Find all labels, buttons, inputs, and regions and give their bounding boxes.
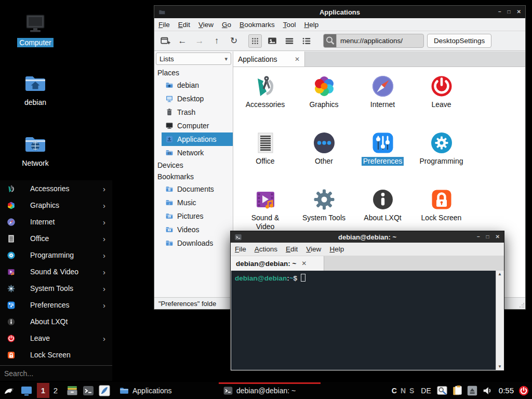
terminal-tab[interactable]: debian@debian: ~ ✕ (231, 256, 324, 271)
terminal-menubar: File Actions Edit View Help (231, 243, 504, 256)
maximize-button[interactable]: □ (508, 9, 511, 15)
category-graphics[interactable]: Graphics (295, 73, 353, 129)
up-button[interactable]: ↑ (210, 34, 223, 48)
close-button[interactable]: ✕ (517, 9, 521, 15)
scroll-down-icon[interactable]: ▼ (496, 364, 503, 369)
category-leave[interactable]: Leave (412, 73, 471, 129)
menu-item-graphics[interactable]: Graphics› (0, 197, 112, 214)
task-applications[interactable]: Applications (115, 382, 219, 399)
sidebar-item-desktop[interactable]: Desktop (162, 92, 233, 105)
documents-folder-icon (165, 185, 174, 193)
terminal-menu-help[interactable]: Help (325, 245, 348, 253)
sidebar-item-downloads[interactable]: Downloads (162, 236, 233, 250)
menu-item-internet[interactable]: Internet› (0, 214, 112, 230)
menu-item-system-tools[interactable]: System Tools› (0, 280, 112, 297)
terminal-menu-view[interactable]: View (302, 245, 325, 253)
search-input[interactable] (0, 369, 112, 378)
menu-item-sound-video[interactable]: Sound & Video› (0, 263, 112, 280)
show-desktop-button[interactable] (20, 384, 33, 397)
terminal-menu-edit[interactable]: Edit (282, 245, 302, 253)
category-internet[interactable]: Internet (353, 73, 412, 129)
terminal-menu-file[interactable]: File (231, 245, 250, 253)
sidebar-item-videos[interactable]: Videos (162, 223, 233, 236)
terminal-viewport[interactable]: debian@debian:~$ ▲ ▼ (231, 271, 503, 370)
sidebar-mode-combobox[interactable]: Lists ▾ (156, 52, 231, 65)
menu-item-leave[interactable]: Leave› (0, 330, 112, 347)
lxqt-menu-button[interactable] (3, 384, 16, 397)
volume-icon[interactable] (482, 385, 493, 396)
path-bar[interactable]: menu://applications/ (323, 34, 424, 48)
compact-view-button[interactable] (300, 34, 313, 48)
screenshot-tray-icon[interactable] (436, 385, 448, 396)
menu-item-preferences[interactable]: Preferences› (0, 297, 112, 313)
power-button[interactable] (518, 385, 529, 396)
desktop-icon-computer[interactable]: Computer (9, 11, 61, 47)
scrolllock-indicator[interactable]: S (409, 387, 414, 395)
menu-item-lock-screen[interactable]: Lock Screen (0, 347, 112, 363)
fm-menu-bookmarks[interactable]: Bookmarks (235, 21, 279, 29)
back-button[interactable]: ← (176, 34, 189, 48)
tab-close-icon[interactable]: ✕ (301, 260, 307, 267)
terminal-titlebar[interactable]: debian@debian: ~ – □ ✕ (231, 231, 504, 243)
detailed-list-view-button[interactable] (283, 34, 296, 48)
fm-menu-help[interactable]: Help (300, 21, 323, 29)
fm-menu-view[interactable]: View (194, 21, 218, 29)
menu-item-programming[interactable]: Programming› (0, 247, 112, 263)
reload-button[interactable]: ↻ (227, 34, 241, 48)
category-accessories[interactable]: Accessories (236, 73, 295, 129)
category-office[interactable]: Office (236, 129, 295, 186)
fm-menu-edit[interactable]: Edit (174, 21, 194, 29)
file-manager-launcher[interactable] (66, 384, 78, 397)
minimize-button[interactable]: – (477, 234, 480, 240)
sidebar-item-trash[interactable]: Trash (162, 105, 233, 119)
close-button[interactable]: ✕ (496, 234, 500, 240)
menu-item-about-lxqt[interactable]: About LXQt (0, 313, 112, 330)
minimize-button[interactable]: – (498, 9, 501, 15)
task-terminal[interactable]: debian@debian: ~ (219, 382, 323, 399)
keyboard-layout-indicator[interactable]: DE (421, 387, 431, 395)
sidebar-item-computer[interactable]: Computer (162, 119, 233, 132)
taskbar: 1 2 Applications debian@debian: ~ C N S … (0, 382, 532, 399)
numlock-indicator[interactable]: N (401, 387, 406, 395)
terminal-menu-actions[interactable]: Actions (250, 245, 282, 253)
fm-menu-tool[interactable]: Tool (279, 21, 300, 29)
sidebar-item-music[interactable]: ♪Music (162, 196, 233, 209)
terminal-icon (223, 385, 233, 396)
sidebar-item-pictures[interactable]: Pictures (162, 209, 233, 223)
terminal-launcher[interactable] (82, 384, 95, 397)
terminal-scrollbar[interactable]: ▲ ▼ (496, 271, 503, 370)
text-editor-launcher[interactable] (98, 384, 111, 397)
capslock-indicator[interactable]: C (392, 387, 397, 395)
fm-tabbar: Applications ✕ (233, 51, 525, 67)
icon-view-button[interactable] (248, 34, 262, 48)
fm-titlebar[interactable]: Applications – □ ✕ (154, 6, 525, 18)
menu-item-office[interactable]: Office› (0, 230, 112, 247)
forward-button[interactable]: → (193, 34, 206, 48)
scroll-up-icon[interactable]: ▲ (496, 272, 503, 276)
tab-applications[interactable]: Applications ✕ (233, 51, 305, 66)
desktop-icon-debian[interactable]: debian (9, 71, 61, 107)
workspace-2-button[interactable]: 2 (49, 383, 62, 398)
thumbnail-view-button[interactable] (265, 34, 279, 48)
eject-tray-icon[interactable] (467, 385, 478, 396)
desktop-settings-button[interactable]: DesktopSettings (427, 34, 491, 48)
desktop-icon-network[interactable]: Network (9, 132, 61, 168)
new-tab-button[interactable] (158, 34, 172, 48)
maximize-button[interactable]: □ (486, 234, 489, 240)
menu-item-accessories[interactable]: Accessories› (0, 180, 112, 197)
category-programming[interactable]: Programming (412, 129, 471, 186)
fm-menu-file[interactable]: File (154, 21, 174, 29)
sidebar-item-network[interactable]: Network (162, 146, 233, 159)
category-preferences[interactable]: Preferences (353, 129, 412, 186)
sidebar-item-documents[interactable]: Documents (162, 182, 233, 196)
workspace-1-button[interactable]: 1 (37, 383, 49, 398)
fm-menu-go[interactable]: Go (218, 21, 235, 29)
clipboard-tray-icon[interactable] (451, 385, 463, 396)
sidebar-item-debian[interactable]: debian (162, 78, 233, 92)
category-other[interactable]: Other (295, 129, 353, 186)
sidebar-item-applications[interactable]: Applications (162, 132, 233, 146)
resize-grip[interactable] (519, 303, 524, 308)
tab-close-icon[interactable]: ✕ (295, 56, 300, 63)
clock[interactable]: 0:55 (499, 386, 514, 395)
terminal-window-icon (234, 233, 242, 241)
